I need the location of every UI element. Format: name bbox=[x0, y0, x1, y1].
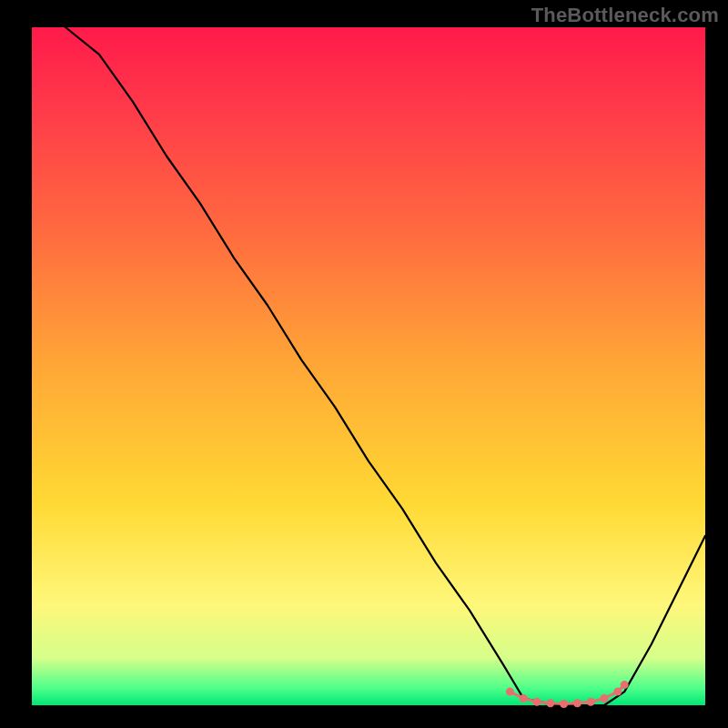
plot-gradient-background bbox=[32, 27, 705, 705]
optimal-marker bbox=[601, 694, 609, 703]
chart-frame: TheBottleneck.com bbox=[0, 0, 728, 728]
watermark-text: TheBottleneck.com bbox=[531, 4, 719, 27]
optimal-marker bbox=[560, 700, 568, 708]
optimal-marker bbox=[621, 681, 629, 689]
optimal-marker bbox=[587, 698, 595, 706]
optimal-marker bbox=[506, 688, 514, 696]
optimal-marker bbox=[573, 699, 581, 707]
optimal-marker bbox=[520, 694, 528, 703]
bottleneck-chart bbox=[0, 0, 728, 728]
optimal-marker bbox=[546, 699, 554, 707]
optimal-marker bbox=[613, 688, 622, 696]
optimal-marker bbox=[533, 698, 541, 706]
